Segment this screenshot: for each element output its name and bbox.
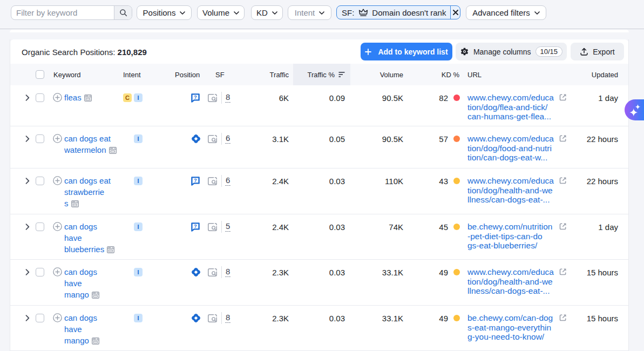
svg-text:?: ? (194, 177, 197, 183)
svg-text:?: ? (194, 94, 197, 100)
svg-text:?: ? (194, 223, 197, 229)
